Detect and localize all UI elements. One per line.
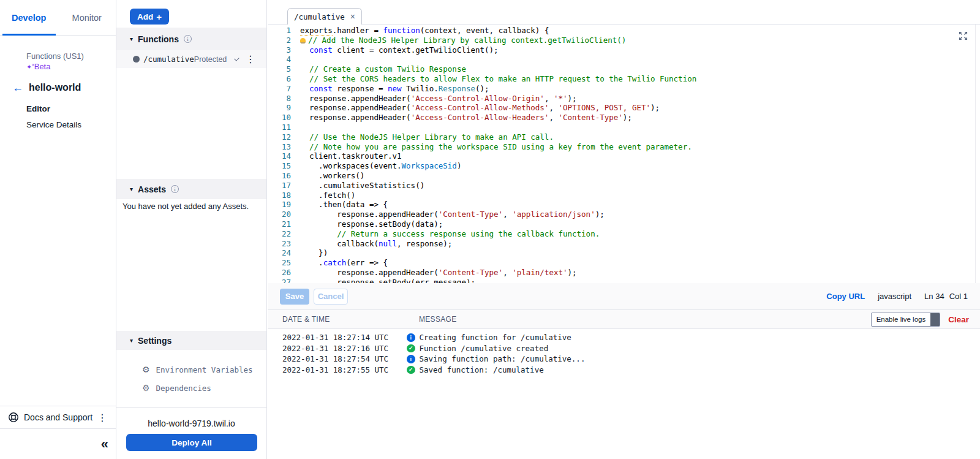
info-icon[interactable]: i	[184, 35, 192, 43]
code-text: })	[291, 248, 328, 258]
line-number: 15	[268, 161, 291, 171]
editor-tab-cumulative[interactable]: /cumulative ×	[287, 8, 362, 25]
code-line: 27 response.setBody(err.message);	[268, 278, 980, 283]
info-icon[interactable]: i	[171, 185, 179, 193]
enable-live-logs-button[interactable]: Enable live logs	[871, 313, 941, 327]
collapse-sidebar-icon[interactable]: «	[101, 438, 108, 450]
editor-toolbar: Save Cancel Copy URL javascript Ln 34Col…	[268, 283, 980, 310]
code-token: .fetch()	[300, 191, 355, 200]
sidebar: Develop Monitor Functions (US1) ✦xBeta ←…	[0, 0, 116, 459]
lightbulb-icon[interactable]	[300, 38, 306, 44]
code-token: 'Content-Type'	[439, 210, 503, 219]
line-number: 11	[268, 123, 291, 132]
line-number: 5	[268, 64, 291, 74]
settings-items: ⚙Environment Variables⚙Dependencies	[116, 360, 266, 397]
code-token: 'Access-Control-Allow-Methods'	[411, 103, 549, 112]
code-text: .then(data => {	[291, 200, 388, 210]
log-timestamp: 2022-01-31 18:27:55 UTC	[282, 365, 407, 374]
editor-main: /cumulative × 1exports.handler = functio…	[268, 0, 980, 459]
deploy-all-button[interactable]: Deploy All	[126, 434, 257, 451]
caret-down-icon[interactable]: ▾	[130, 186, 133, 192]
sidebar-item-editor[interactable]: Editor	[26, 104, 50, 113]
region-label: Functions (US1)	[26, 51, 84, 61]
code-line: 13 // Note how you are passing the works…	[268, 142, 980, 152]
chevron-down-icon[interactable]	[235, 56, 239, 61]
plus-icon: +	[156, 12, 162, 22]
log-timestamp: 2022-01-31 18:27:54 UTC	[282, 354, 407, 363]
cancel-button[interactable]: Cancel	[314, 289, 348, 305]
code-line: 24 })	[268, 248, 980, 258]
code-token: );	[568, 94, 577, 103]
tab-develop[interactable]: Develop	[0, 0, 58, 35]
code-token: ,	[549, 103, 558, 112]
caret-down-icon[interactable]: ▾	[130, 337, 133, 344]
service-name[interactable]: hello-world	[29, 82, 81, 93]
tab-monitor[interactable]: Monitor	[58, 0, 116, 35]
code-token: client = context.getTwilioClient();	[333, 45, 499, 55]
code-line: 6 // Set the CORS headers to allow Flex …	[268, 74, 980, 84]
line-number: 24	[268, 248, 291, 258]
log-row: 2022-01-31 18:27:14 UTCiCreating functio…	[268, 332, 980, 343]
toggle-handle	[930, 313, 940, 326]
docs-support-row[interactable]: Docs and Support ⋮	[0, 406, 116, 428]
code-line: 16 .workers()	[268, 171, 980, 181]
sparkle-icon: ✦	[26, 63, 32, 70]
line-number: 16	[268, 171, 291, 181]
code-text: client.taskrouter.v1	[291, 151, 402, 161]
code-token: Twilio.	[402, 84, 439, 93]
function-kebab-icon[interactable]: ⋮	[243, 53, 258, 65]
line-number: 9	[268, 103, 291, 113]
code-line: 9 response.appendHeader('Access-Control-…	[268, 103, 980, 113]
close-icon[interactable]: ×	[350, 13, 355, 20]
code-text: .cumulativeStatistics()	[291, 181, 424, 191]
settings-item-environment-variables[interactable]: ⚙Environment Variables	[116, 360, 266, 379]
code-token: response.setBody(err.message);	[300, 278, 475, 283]
code-line: 17 .cumulativeStatistics()	[268, 181, 980, 191]
log-rows: 2022-01-31 18:27:14 UTCiCreating functio…	[268, 332, 980, 375]
assets-section-header[interactable]: ▾ Assets i	[116, 179, 266, 199]
code-text: response.appendHeader('Content-Type', 'a…	[291, 210, 605, 219]
code-text: response.setBody(err.message);	[291, 278, 475, 283]
twilio-functions-editor: Develop Monitor Functions (US1) ✦xBeta ←…	[0, 0, 980, 459]
log-timestamp: 2022-01-31 18:27:14 UTC	[282, 333, 407, 342]
code-editor[interactable]: 1exports.handler = function(context, eve…	[268, 25, 980, 283]
save-button[interactable]: Save	[280, 289, 309, 305]
clear-logs-button[interactable]: Clear	[948, 315, 969, 324]
code-token: 'application/json'	[512, 210, 595, 219]
code-line: 14 client.taskrouter.v1	[268, 151, 980, 161]
code-token: )	[457, 161, 462, 170]
sidebar-item-service-details[interactable]: Service Details	[26, 120, 81, 129]
code-token: 'Content-Type'	[439, 268, 503, 277]
language-label: javascript	[878, 292, 911, 301]
function-row[interactable]: /cumulativeProtected⋮	[116, 50, 266, 68]
code-text: response.appendHeader('Access-Control-Al…	[291, 103, 660, 113]
log-message: Creating function for /cumulative	[420, 333, 571, 342]
copy-url-link[interactable]: Copy URL	[826, 292, 865, 301]
code-token: response.appendHeader(	[300, 94, 411, 103]
code-token: );	[623, 113, 632, 122]
docs-kebab-icon[interactable]: ⋮	[95, 412, 110, 423]
cursor-position: Ln 34Col 1	[924, 292, 968, 301]
code-line: 26 response.appendHeader('Content-Type',…	[268, 268, 980, 278]
code-token: const	[309, 45, 333, 55]
functions-section-header[interactable]: ▾ Functions i	[116, 28, 266, 50]
code-line: 19 .then(data => {	[268, 200, 980, 210]
code-token: response.appendHeader(	[300, 113, 411, 122]
life-ring-icon	[8, 412, 19, 423]
code-line: 8 response.appendHeader('Access-Control-…	[268, 94, 980, 104]
settings-section-header[interactable]: ▾ Settings	[116, 331, 266, 350]
docs-support-label: Docs and Support	[24, 412, 95, 422]
code-token	[300, 84, 309, 93]
back-arrow-icon[interactable]: ←	[12, 82, 23, 93]
log-timestamp: 2022-01-31 18:27:16 UTC	[282, 344, 407, 353]
line-number: 23	[268, 239, 291, 249]
code-token: // Use the NodeJS Helper Library to make…	[309, 132, 554, 142]
add-button[interactable]: Add+	[130, 9, 169, 25]
code-token: })	[300, 248, 328, 257]
code-text: const client = context.getTwilioClient()…	[291, 45, 499, 55]
caret-down-icon[interactable]: ▾	[130, 36, 133, 42]
settings-item-dependencies[interactable]: ⚙Dependencies	[116, 379, 266, 397]
line-number: 6	[268, 74, 291, 84]
function-visibility[interactable]: Protected	[194, 55, 227, 64]
expand-fullscreen-icon[interactable]	[959, 31, 968, 40]
